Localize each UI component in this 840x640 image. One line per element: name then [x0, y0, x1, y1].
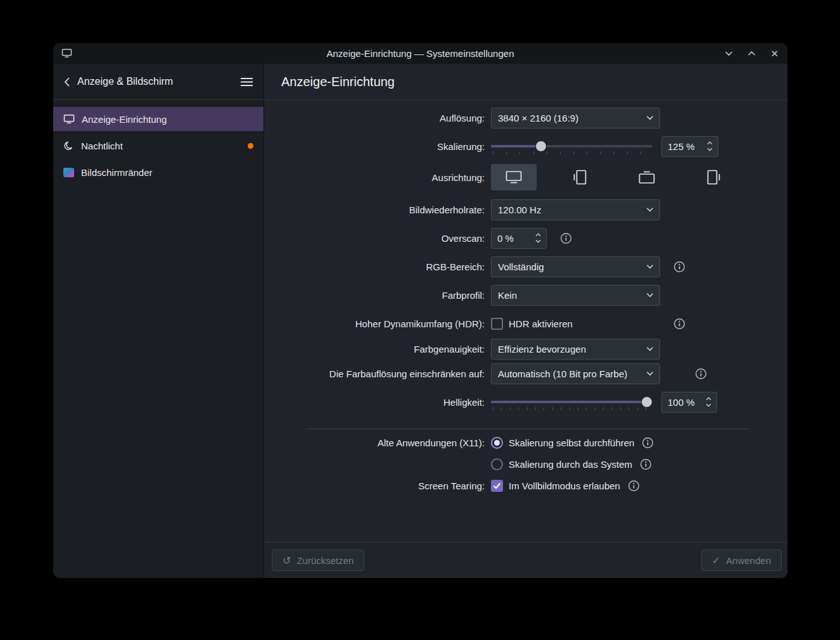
system-settings-window: Anzeige-Einrichtung — Systemeinstellunge…: [53, 43, 787, 578]
chevron-down-icon: [646, 346, 654, 351]
hamburger-icon: [240, 77, 253, 87]
checkmark-icon: ✓: [712, 555, 720, 567]
monitor-landscape-icon: [504, 169, 523, 185]
x11-scale-self-radio[interactable]: [491, 437, 503, 449]
footer-bar: ↺ Zurücksetzen ✓ Anwenden: [264, 542, 787, 578]
brightness-spinbox[interactable]: 100 %: [661, 392, 717, 413]
page-title: Anzeige-Einrichtung: [264, 64, 787, 100]
monitor-portrait-icon: [571, 169, 590, 185]
sidebar-item-screen-edges[interactable]: Bildschirmränder: [53, 160, 264, 184]
hdr-row: Hoher Dynamikumfang (HDR): HDR aktiviere…: [264, 313, 787, 334]
brightness-value: 100 %: [662, 397, 702, 408]
tearing-checkbox[interactable]: [491, 480, 503, 492]
titlebar[interactable]: Anzeige-Einrichtung — Systemeinstellunge…: [53, 43, 787, 64]
screen-tearing-row: Screen Tearing: Im Vollbildmodus erlaube…: [264, 476, 787, 495]
apply-button[interactable]: ✓ Anwenden: [701, 549, 782, 571]
undo-icon: ↺: [283, 555, 291, 567]
window-controls: ✕: [725, 43, 779, 64]
color-accuracy-row: Farbgenauigkeit: Effizienz bevorzugen: [264, 338, 787, 360]
color-profile-value: Kein: [492, 290, 646, 301]
rgb-range-label: RGB-Bereich:: [264, 261, 485, 272]
resolution-value: 3840 × 2160 (16:9): [492, 113, 646, 123]
slider-track: [491, 145, 652, 147]
scale-row: Skalierung: 125 %: [264, 135, 787, 157]
scale-slider[interactable]: [491, 135, 652, 157]
monitor-portrait-flipped-icon: [704, 169, 723, 185]
orientation-landscape-button[interactable]: [491, 164, 537, 191]
color-accuracy-label: Farbgenauigkeit:: [264, 344, 485, 355]
sidebar-item-label: Nachtlicht: [81, 141, 123, 151]
maximize-button[interactable]: [748, 51, 756, 56]
orientation-row: Ausrichtung:: [264, 164, 787, 191]
night-light-icon: [63, 141, 74, 151]
minimize-button[interactable]: [725, 51, 733, 56]
sidebar-item-display-configuration[interactable]: Anzeige-Einrichtung: [53, 107, 264, 131]
spin-down-icon[interactable]: [706, 403, 711, 407]
slider-ticks: [493, 407, 651, 410]
status-badge: [248, 143, 253, 149]
x11-scale-system-radio[interactable]: [491, 458, 503, 470]
scale-spinbox[interactable]: 125 %: [661, 136, 718, 157]
brightness-label: Helligkeit:: [264, 397, 485, 408]
refresh-rate-select[interactable]: 120.00 Hz: [491, 199, 660, 220]
info-icon[interactable]: [640, 458, 652, 470]
spin-up-icon[interactable]: [707, 141, 713, 145]
x11-scale-system-label: Skalierung durch das System: [509, 459, 632, 470]
overscan-label: Overscan:: [264, 233, 485, 244]
orientation-label: Ausrichtung:: [264, 172, 485, 183]
overscan-spinbox[interactable]: 0 %: [491, 228, 547, 249]
screen-edges-icon: [63, 168, 74, 177]
sidebar-item-night-light[interactable]: Nachtlicht: [53, 134, 264, 158]
orientation-landscape-flipped-button[interactable]: [624, 164, 670, 191]
sidebar: Anzeige & Bildschirm Anzeige-Einrichtung: [53, 64, 264, 578]
back-button[interactable]: [63, 77, 71, 87]
overscan-value: 0 %: [492, 233, 531, 244]
color-depth-label: Die Farbauflösung einschränken auf:: [264, 368, 485, 379]
orientation-portrait-flipped-button[interactable]: [690, 164, 736, 191]
app-monitor-icon: [61, 48, 72, 58]
slider-handle[interactable]: [641, 396, 652, 408]
resolution-select[interactable]: 3840 × 2160 (16:9): [491, 108, 660, 129]
info-icon[interactable]: [673, 261, 685, 273]
close-button[interactable]: ✕: [770, 48, 779, 60]
main-panel: Anzeige-Einrichtung Auflösung: 3840 × 21…: [264, 64, 787, 578]
sidebar-item-label: Bildschirmränder: [81, 167, 153, 178]
window-title: Anzeige-Einrichtung — Systemeinstellunge…: [53, 48, 787, 59]
desktop-background: Anzeige-Einrichtung — Systemeinstellunge…: [0, 0, 840, 640]
spin-up-icon[interactable]: [706, 397, 711, 401]
overscan-row: Overscan: 0 %: [264, 227, 787, 249]
slider-track: [491, 401, 652, 403]
spin-down-icon[interactable]: [535, 239, 541, 243]
slider-handle[interactable]: [535, 141, 547, 152]
color-depth-select[interactable]: Automatisch (10 Bit pro Farbe): [491, 363, 660, 384]
info-icon[interactable]: [560, 232, 572, 244]
info-icon[interactable]: [673, 318, 685, 330]
color-accuracy-select[interactable]: Effizienz bevorzugen: [491, 339, 660, 360]
display-settings-form: Auflösung: 3840 × 2160 (16:9) Skalierung…: [264, 100, 787, 542]
hdr-checkbox[interactable]: [491, 318, 503, 330]
reset-button[interactable]: ↺ Zurücksetzen: [272, 549, 364, 571]
sidebar-item-label: Anzeige-Einrichtung: [82, 114, 167, 125]
hamburger-menu-button[interactable]: [240, 77, 253, 87]
chevron-left-icon: [63, 77, 71, 87]
color-profile-select[interactable]: Kein: [491, 285, 660, 306]
chevron-down-icon: [646, 292, 654, 298]
info-icon[interactable]: [628, 480, 640, 492]
brightness-slider[interactable]: [491, 391, 652, 413]
spin-up-icon[interactable]: [535, 233, 541, 237]
rgb-range-select[interactable]: Vollständig: [491, 256, 660, 277]
info-icon[interactable]: [695, 368, 707, 380]
orientation-portrait-button[interactable]: [557, 164, 603, 191]
x11-label: Alte Anwendungen (X11):: [264, 437, 485, 448]
resolution-label: Auflösung:: [264, 113, 485, 123]
chevron-down-icon: [646, 264, 654, 269]
spin-down-icon[interactable]: [707, 147, 713, 151]
refresh-rate-value: 120.00 Hz: [492, 204, 646, 215]
apply-button-label: Anwenden: [726, 555, 771, 566]
rgb-range-value: Vollständig: [492, 261, 646, 272]
info-icon[interactable]: [642, 437, 654, 449]
slider-fill: [491, 145, 541, 147]
sidebar-title: Anzeige & Bildschirm: [77, 76, 240, 87]
hdr-label: Hoher Dynamikumfang (HDR):: [264, 318, 485, 329]
checkmark-icon: [493, 482, 501, 489]
